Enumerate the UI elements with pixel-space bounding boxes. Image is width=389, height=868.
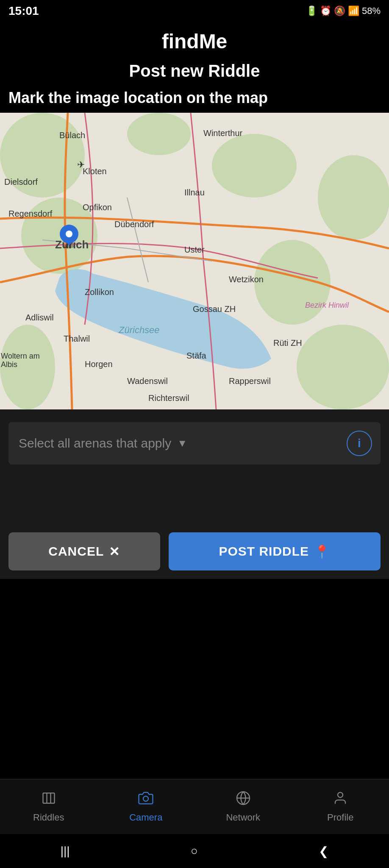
riddles-icon xyxy=(41,790,56,810)
mute-icon: 🔕 xyxy=(334,6,345,17)
svg-point-0 xyxy=(143,796,148,801)
network-icon xyxy=(236,790,251,810)
alarm-icon: ⏰ xyxy=(320,6,331,17)
nav-item-network[interactable]: Network xyxy=(194,779,292,834)
map-container[interactable] xyxy=(0,113,389,409)
android-back-button[interactable]: ❮ xyxy=(319,844,328,858)
nav-item-profile[interactable]: Profile xyxy=(292,779,389,834)
nav-item-riddles[interactable]: Riddles xyxy=(0,779,97,834)
info-icon-button[interactable]: i xyxy=(347,431,372,456)
content-area: Select all arenas that apply ▼ i xyxy=(0,409,389,520)
wifi-icon: 📶 xyxy=(348,6,359,17)
android-home-button[interactable]: ○ xyxy=(191,844,198,858)
profile-label: Profile xyxy=(327,812,353,823)
nav-item-camera[interactable]: Camera xyxy=(97,779,195,834)
page-title: Post new Riddle xyxy=(0,57,389,83)
post-riddle-label: POST RIDDLE xyxy=(219,544,309,559)
camera-icon xyxy=(138,790,153,810)
riddles-label: Riddles xyxy=(33,812,64,823)
instruction-text: Mark the image location on the map xyxy=(0,83,389,113)
map-canvas[interactable] xyxy=(0,113,389,409)
dropdown-placeholder: Select all arenas that apply xyxy=(19,436,171,451)
post-riddle-icon: 📍 xyxy=(314,544,330,559)
post-riddle-button[interactable]: POST RIDDLE 📍 xyxy=(169,532,381,570)
status-time: 15:01 xyxy=(8,4,39,18)
android-nav-bar: ||| ○ ❮ xyxy=(0,834,389,868)
cancel-button[interactable]: CANCEL ✕ xyxy=(8,532,160,570)
android-recent-button[interactable]: ||| xyxy=(61,844,70,858)
status-icons: 🔋 ⏰ 🔕 📶 58% xyxy=(306,6,381,17)
dropdown-select[interactable]: Select all arenas that apply ▼ xyxy=(8,436,347,451)
dropdown-arrow-icon: ▼ xyxy=(177,437,187,449)
svg-point-3 xyxy=(338,793,343,798)
buttons-row: CANCEL ✕ POST RIDDLE 📍 xyxy=(0,520,389,579)
arena-dropdown[interactable]: Select all arenas that apply ▼ i xyxy=(8,422,381,465)
network-label: Network xyxy=(226,812,260,823)
bottom-nav: Riddles Camera Network Profile xyxy=(0,779,389,834)
cancel-label: CANCEL xyxy=(48,544,104,559)
battery-icon: 🔋 xyxy=(306,6,317,17)
info-symbol: i xyxy=(358,437,361,450)
cancel-icon: ✕ xyxy=(109,544,120,559)
camera-label: Camera xyxy=(129,812,162,823)
battery-percent: 58% xyxy=(362,6,381,17)
app-title: findMe xyxy=(0,22,389,57)
profile-icon xyxy=(333,790,348,810)
status-bar: 15:01 🔋 ⏰ 🔕 📶 58% xyxy=(0,0,389,22)
